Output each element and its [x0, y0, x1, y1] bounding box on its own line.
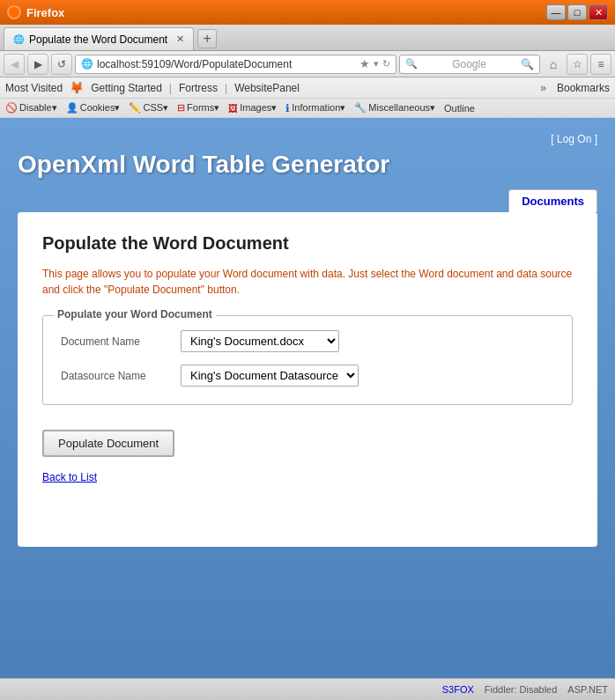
logon-bar: [ Log On ]	[18, 132, 597, 145]
images-menu[interactable]: 🖼 Images▾	[228, 102, 277, 114]
aspnet-label: ASP.NET	[567, 684, 608, 695]
forms-icon: ⊟	[177, 102, 185, 114]
documents-tab[interactable]: Documents	[508, 189, 597, 212]
url-bar[interactable]: 🌐 localhost:59109/Word/PopulateDocument …	[75, 55, 396, 74]
new-tab-button[interactable]: +	[197, 29, 217, 48]
tab-close-icon[interactable]: ✕	[176, 33, 184, 45]
information-label: Information▾	[292, 102, 345, 114]
bookmark-star-icon[interactable]: ★	[359, 57, 370, 70]
bookmarks-label[interactable]: Bookmarks	[557, 82, 610, 94]
document-name-label: Document Name	[61, 335, 167, 348]
menu-button[interactable]: ≡	[590, 54, 611, 75]
information-icon: ℹ	[285, 102, 290, 114]
firefox-icon-small: 🦊	[70, 81, 84, 94]
form-group-box: Populate your Word Document Document Nam…	[42, 315, 573, 405]
active-tab[interactable]: 🌐 Populate the Word Document ✕	[4, 27, 194, 50]
firefox-icon	[7, 5, 21, 19]
images-label: Images▾	[240, 102, 277, 114]
css-label: CSS▾	[143, 102, 168, 114]
cookies-menu[interactable]: 👤 Cookies▾	[66, 102, 121, 114]
bookmarks-button[interactable]: ☆	[567, 54, 588, 75]
datasource-name-select[interactable]: King's Document Datasource	[181, 365, 359, 387]
window-controls: — □ ✕	[546, 4, 608, 20]
url-refresh-icon[interactable]: ↻	[382, 58, 390, 70]
bookmark-most-visited[interactable]: Most Visited	[5, 82, 63, 94]
disable-menu[interactable]: 🚫 Disable▾	[5, 102, 57, 114]
page-heading: Populate the Word Document	[42, 233, 573, 254]
page-description: This page allows you to populate your Wo…	[42, 266, 573, 298]
bookmark-fortress[interactable]: Fortress	[179, 82, 218, 94]
status-bar: S3FOX Fiddler: Disabled ASP.NET	[0, 678, 615, 700]
bm-sep-1: |	[169, 82, 172, 94]
nav-bar: ◀ ▶ ↺ 🌐 localhost:59109/Word/PopulateDoc…	[0, 51, 615, 77]
browser-content: [ Log On ] OpenXml Word Table Generator …	[0, 118, 615, 678]
datasource-name-row: Datasource Name King's Document Datasour…	[61, 365, 554, 387]
search-bar[interactable]: 🔍 Google 🔍	[399, 55, 540, 74]
title-bar-text: Firefox	[26, 6, 64, 19]
miscellaneous-label: Miscellaneous▾	[368, 102, 435, 114]
datasource-name-label: Datasource Name	[61, 370, 167, 382]
outline-label: Outline	[444, 103, 475, 114]
content-card: Populate the Word Document This page all…	[18, 212, 597, 547]
url-lock-icon: 🌐	[81, 58, 93, 70]
status-right: S3FOX Fiddler: Disabled ASP.NET	[442, 684, 608, 695]
s3fox-label: S3FOX	[442, 684, 474, 695]
bookmarks-bar: Most Visited 🦊 Getting Started | Fortres…	[0, 77, 615, 99]
disable-icon: 🚫	[5, 102, 18, 114]
document-name-row: Document Name King's Document.docx	[61, 330, 554, 352]
miscellaneous-icon: 🔧	[354, 102, 367, 114]
information-menu[interactable]: ℹ Information▾	[285, 102, 345, 114]
title-bar: Firefox — □ ✕	[0, 0, 615, 25]
css-icon: ✏️	[129, 102, 141, 114]
images-icon: 🖼	[228, 103, 238, 114]
back-to-list-link[interactable]: Back to List	[42, 471, 97, 483]
tab-label: Populate the Word Document	[29, 33, 167, 46]
tab-bar: 🌐 Populate the Word Document ✕ +	[0, 25, 615, 51]
back-button[interactable]: ◀	[4, 54, 25, 75]
search-go-icon[interactable]: 🔍	[521, 58, 534, 70]
search-placeholder: Google	[452, 58, 486, 70]
css-menu[interactable]: ✏️ CSS▾	[129, 102, 168, 114]
reload-button[interactable]: ↺	[51, 54, 72, 75]
disable-label: Disable▾	[19, 102, 57, 114]
maximize-button[interactable]: □	[567, 4, 587, 20]
cookies-icon: 👤	[66, 102, 78, 114]
forms-menu[interactable]: ⊟ Forms▾	[177, 102, 219, 114]
forms-label: Forms▾	[187, 102, 219, 114]
url-text: localhost:59109/Word/PopulateDocument	[97, 58, 356, 70]
form-group-legend: Populate your Word Document	[54, 308, 216, 321]
bookmark-getting-started[interactable]: Getting Started	[91, 82, 162, 94]
docs-tab-row: Documents	[18, 189, 597, 212]
search-engine-icon: 🔍	[405, 58, 418, 70]
minimize-button[interactable]: —	[546, 4, 566, 20]
forward-button[interactable]: ▶	[27, 54, 48, 75]
dev-toolbar: 🚫 Disable▾ 👤 Cookies▾ ✏️ CSS▾ ⊟ Forms▾ 🖼…	[0, 99, 615, 118]
cookies-label: Cookies▾	[80, 102, 121, 114]
url-dropdown-icon[interactable]: ▾	[374, 58, 379, 70]
document-name-select[interactable]: King's Document.docx	[181, 330, 339, 352]
logon-link[interactable]: [ Log On ]	[551, 133, 597, 145]
outline-menu[interactable]: Outline	[444, 103, 475, 114]
tab-favicon: 🌐	[13, 34, 24, 44]
miscellaneous-menu[interactable]: 🔧 Miscellaneous▾	[354, 102, 435, 114]
bookmarks-more-icon[interactable]: »	[540, 82, 546, 94]
populate-document-button[interactable]: Populate Document	[42, 430, 174, 457]
bookmark-websitepanel[interactable]: WebsitePanel	[234, 82, 300, 94]
app-title: OpenXml Word Table Generator	[18, 151, 597, 179]
bm-sep-2: |	[225, 82, 227, 94]
fiddler-label: Fiddler: Disabled	[485, 684, 558, 695]
close-button[interactable]: ✕	[589, 4, 608, 20]
home-button[interactable]: ⌂	[543, 54, 564, 75]
